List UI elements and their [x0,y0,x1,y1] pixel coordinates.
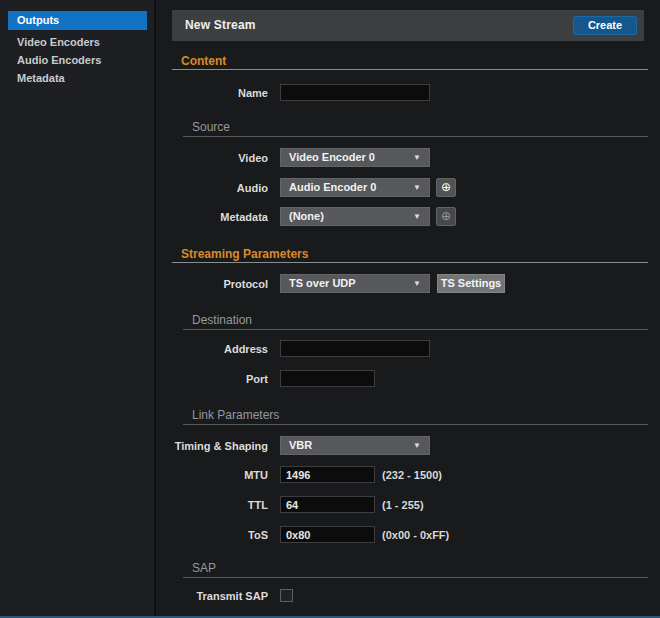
name-input[interactable] [280,84,430,101]
chevron-down-icon: ▼ [413,437,421,454]
section-title-streaming-parameters: Streaming Parameters [181,247,308,261]
ttl-range-hint: (1 - 255) [382,499,424,511]
ts-settings-button[interactable]: TS Settings [437,274,505,293]
metadata-select[interactable]: (None) ▼ [280,207,430,226]
protocol-select[interactable]: TS over UDP ▼ [280,274,430,293]
divider [183,577,648,578]
page-title: New Stream [185,10,256,41]
video-select-value: Video Encoder 0 [289,151,375,163]
chevron-down-icon: ▼ [413,208,421,225]
divider [172,69,648,70]
transmit-sap-checkbox[interactable] [280,589,293,602]
ttl-label: TTL [158,499,268,511]
add-icon: ⊕ [441,180,451,194]
sidebar-item-outputs[interactable]: Outputs [8,11,147,30]
port-input[interactable] [280,370,375,387]
section-title-content: Content [181,54,226,68]
port-label: Port [158,373,268,385]
add-icon: ⊕ [441,209,451,223]
metadata-select-value: (None) [289,210,324,222]
video-label: Video [158,152,268,164]
video-select[interactable]: Video Encoder 0 ▼ [280,148,430,167]
mtu-input[interactable] [280,466,375,483]
address-label: Address [158,343,268,355]
chevron-down-icon: ▼ [413,149,421,166]
audio-select[interactable]: Audio Encoder 0 ▼ [280,178,430,197]
page-header: New Stream Create [172,10,644,41]
mtu-label: MTU [158,469,268,481]
audio-label: Audio [158,182,268,194]
timing-shaping-select-value: VBR [289,439,312,451]
add-audio-button[interactable]: ⊕ [436,178,456,197]
chevron-down-icon: ▼ [413,179,421,196]
ttl-input[interactable] [280,496,375,513]
section-title-source: Source [192,120,230,134]
timing-shaping-select[interactable]: VBR ▼ [280,436,430,455]
add-metadata-button[interactable]: ⊕ [436,207,456,226]
divider [183,329,648,330]
tos-range-hint: (0x00 - 0xFF) [382,529,449,541]
main-panel: New Stream Create Content Name Source Vi… [158,0,660,618]
section-title-sap: SAP [192,561,216,575]
divider [183,136,648,137]
timing-shaping-label: Timing & Shaping [158,440,268,452]
protocol-label: Protocol [158,278,268,290]
metadata-label: Metadata [158,211,268,223]
address-input[interactable] [280,340,430,357]
divider [183,424,648,425]
chevron-down-icon: ▼ [413,275,421,292]
protocol-select-value: TS over UDP [289,277,356,289]
transmit-sap-label: Transmit SAP [158,590,268,602]
tos-label: ToS [158,529,268,541]
sidebar-item-metadata[interactable]: Metadata [8,69,147,88]
name-label: Name [158,87,268,99]
mtu-range-hint: (232 - 1500) [382,469,442,481]
sidebar-item-audio-encoders[interactable]: Audio Encoders [8,51,147,70]
audio-select-value: Audio Encoder 0 [289,181,376,193]
tos-input[interactable] [280,526,375,543]
divider [172,262,648,263]
section-title-link-parameters: Link Parameters [192,408,279,422]
sidebar-item-video-encoders[interactable]: Video Encoders [8,33,147,52]
sidebar: Outputs Video Encoders Audio Encoders Me… [0,0,156,618]
create-button[interactable]: Create [573,16,637,35]
section-title-destination: Destination [192,313,252,327]
